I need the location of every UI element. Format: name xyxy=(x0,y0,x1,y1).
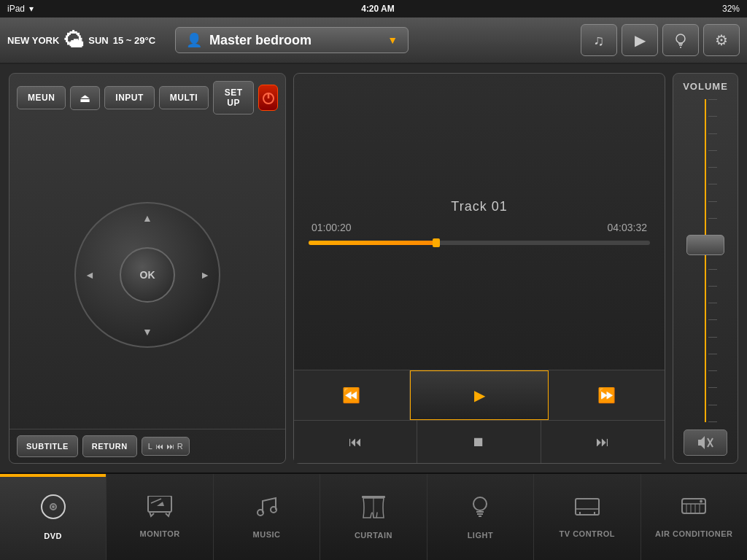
current-time: 01:00:20 xyxy=(311,222,352,233)
dpad-ok-button[interactable]: OK xyxy=(120,247,175,303)
svg-point-34 xyxy=(700,499,703,502)
weather-section: NEW YORK 🌤 SUN 15 ~ 29°C xyxy=(7,28,168,52)
status-right: 32% xyxy=(722,4,740,14)
time-row: 01:00:20 04:03:32 xyxy=(309,222,650,233)
subtitle-button[interactable]: SUBTITLE xyxy=(17,435,78,457)
room-selector[interactable]: 👤 Master bedroom ▼ xyxy=(175,27,409,53)
tab-ac-label: AIR CONDITIONER xyxy=(655,529,733,538)
ac-icon xyxy=(681,497,707,524)
bulb-icon xyxy=(673,32,689,48)
monitor-icon xyxy=(147,496,173,524)
l-label: L xyxy=(148,442,152,451)
tab-dvd[interactable]: DVD xyxy=(0,474,107,560)
volume-line xyxy=(705,99,706,422)
power-button[interactable] xyxy=(258,85,278,111)
track-name: Track 01 xyxy=(451,199,507,214)
left-panel: MEUN ⏏ INPUT MULTI SET UP ▲ ▼ ◄ ► OK xyxy=(9,73,286,464)
battery-label: 32% xyxy=(722,4,740,14)
dpad-down-button[interactable]: ▼ xyxy=(142,326,152,338)
tv-icon xyxy=(574,496,600,524)
rewind-button[interactable]: ⏪ xyxy=(294,370,410,420)
r-label: R xyxy=(177,442,183,451)
settings-button[interactable]: ⚙ xyxy=(703,24,740,56)
menu-button[interactable]: MEUN xyxy=(17,86,66,109)
playback-controls2: ⏮ ⏹ ⏭ xyxy=(294,420,665,463)
curtain-icon xyxy=(360,494,387,525)
fast-forward-button[interactable]: ⏩ xyxy=(549,370,665,420)
lr-control[interactable]: L ⏮ ⏭ R xyxy=(142,437,190,456)
svg-marker-14 xyxy=(157,502,164,506)
tab-light-label: LIGHT xyxy=(468,531,494,540)
dpad-up-button[interactable]: ▲ xyxy=(142,212,152,224)
eject-button[interactable]: ⏏ xyxy=(70,86,100,110)
input-button[interactable]: INPUT xyxy=(104,86,155,109)
music-button[interactable]: ♫ xyxy=(581,24,617,56)
dpad-left-button[interactable]: ◄ xyxy=(85,269,95,281)
total-time: 04:03:32 xyxy=(608,222,648,233)
progress-fill xyxy=(309,241,438,245)
prev-track-icon: ⏮ xyxy=(155,442,163,451)
tab-music[interactable]: MUSIC xyxy=(214,474,320,560)
svg-point-11 xyxy=(52,505,55,508)
svg-point-19 xyxy=(473,497,487,510)
play-button[interactable]: ▶ xyxy=(622,24,658,56)
weather-day: SUN xyxy=(88,35,108,46)
multi-button[interactable]: MULTI xyxy=(159,86,209,109)
tab-monitor[interactable]: MONITOR xyxy=(107,474,213,560)
dropdown-icon: ▼ xyxy=(387,34,398,46)
tab-curtain-label: CURTAIN xyxy=(355,531,392,540)
wifi-icon: ▾ xyxy=(29,4,34,14)
volume-ticks xyxy=(708,99,717,422)
tab-monitor-label: MONITOR xyxy=(140,529,180,538)
tab-air-conditioner[interactable]: AIR CONDITIONER xyxy=(641,474,747,560)
dpad-area: ▲ ▼ ◄ ► OK xyxy=(9,120,285,429)
power-icon xyxy=(261,90,276,105)
volume-handle[interactable] xyxy=(686,235,724,255)
room-name: Master bedroom xyxy=(209,33,380,48)
dvd-icon xyxy=(40,494,66,526)
tab-light[interactable]: LIGHT xyxy=(427,474,534,560)
dpad-right-button[interactable]: ► xyxy=(200,269,210,281)
mute-icon xyxy=(697,436,713,449)
next-track-icon: ⏭ xyxy=(166,442,174,451)
play-pause-button[interactable]: ▶ xyxy=(410,370,549,420)
playback-controls: ⏪ ▶ ⏩ xyxy=(294,370,665,420)
top-actions: ♫ ▶ ⚙ xyxy=(581,24,740,56)
progress-bar[interactable] xyxy=(309,241,650,245)
tab-curtain[interactable]: CURTAIN xyxy=(320,474,427,560)
mute-button[interactable] xyxy=(684,429,727,456)
bottom-ctrl-row: SUBTITLE RETURN L ⏮ ⏭ R xyxy=(9,429,285,463)
setup-button[interactable]: SET UP xyxy=(213,81,254,114)
tab-music-label: MUSIC xyxy=(253,530,281,539)
volume-slider-container[interactable] xyxy=(684,99,727,422)
status-time: 4:20 AM xyxy=(361,4,395,14)
top-bar: NEW YORK 🌤 SUN 15 ~ 29°C 👤 Master bedroo… xyxy=(0,18,747,64)
dpad-container: ▲ ▼ ◄ ► OK xyxy=(74,202,220,348)
status-bar: iPad ▾ 4:20 AM 32% xyxy=(0,0,747,18)
city-label: NEW YORK xyxy=(7,35,59,46)
track-info: Track 01 01:00:20 04:03:32 xyxy=(294,74,665,370)
tab-bar: DVD MONITOR MUSIC xyxy=(0,472,747,560)
skip-back-button[interactable]: ⏮ xyxy=(294,421,417,463)
status-left: iPad ▾ xyxy=(7,4,34,14)
light-icon xyxy=(468,494,492,525)
main-area: MEUN ⏏ INPUT MULTI SET UP ▲ ▼ ◄ ► OK xyxy=(0,64,747,472)
svg-point-0 xyxy=(676,34,685,43)
right-panel: VOLUME xyxy=(673,73,738,464)
center-panel: Track 01 01:00:20 04:03:32 ⏪ ▶ ⏩ ⏮ ⏹ ⏭ xyxy=(293,73,665,464)
svg-rect-23 xyxy=(576,499,599,515)
tab-tv-control[interactable]: TV CONTROL xyxy=(534,474,640,560)
stop-button[interactable]: ⏹ xyxy=(417,421,541,463)
return-button[interactable]: RETURN xyxy=(82,435,137,457)
person-icon: 👤 xyxy=(186,32,202,48)
control-buttons-row: MEUN ⏏ INPUT MULTI SET UP xyxy=(9,74,285,120)
svg-line-13 xyxy=(151,499,161,503)
device-label: iPad xyxy=(7,4,25,14)
music-icon xyxy=(255,495,279,524)
skip-forward-button[interactable]: ⏭ xyxy=(541,421,665,463)
tab-dvd-label: DVD xyxy=(44,532,62,540)
tab-tv-control-label: TV CONTROL xyxy=(560,529,616,538)
volume-label: VOLUME xyxy=(683,81,728,92)
light-button[interactable] xyxy=(662,24,699,56)
weather-temp: 15 ~ 29°C xyxy=(113,35,155,46)
